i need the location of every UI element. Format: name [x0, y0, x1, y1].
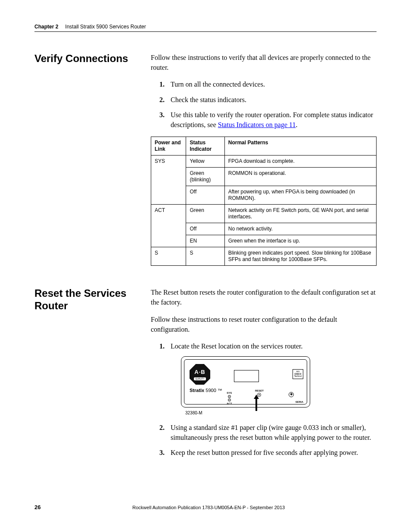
- status-indicator-table: Power and Link Status Indicator Normal P…: [151, 137, 377, 266]
- reset-p2: Follow these instructions to reset route…: [151, 314, 377, 334]
- screw-icon: ✱: [289, 392, 294, 397]
- reset-step-3: 3.Keep the reset button pressed for five…: [159, 448, 377, 457]
- link-status-indicators[interactable]: Status Indicators on page 11: [218, 121, 296, 128]
- section-reset-router: Reset the Services Router The Reset butt…: [34, 287, 377, 464]
- arrow-up-icon: [254, 395, 259, 411]
- reset-p1: The Reset button resets the router confi…: [151, 287, 377, 307]
- ab-logo-icon: A·B QUALITY: [190, 364, 210, 385]
- table-row: ACT Green Network activity on FE Switch …: [151, 205, 377, 223]
- led-icon: [228, 398, 231, 401]
- svg-marker-0: [254, 395, 259, 411]
- page-header: Chapter 2 Install Stratix 5900 Services …: [34, 24, 377, 32]
- verify-step-2: 2.Check the status indicators.: [159, 95, 377, 105]
- th-normal-patterns: Normal Patterns: [224, 137, 376, 156]
- table-row: S S Blinking green indicates port speed.…: [151, 247, 377, 266]
- publication-id: Rockwell Automation Publication 1783-UM0…: [40, 505, 377, 510]
- chapter-label: Chapter 2: [34, 24, 58, 30]
- reset-step-2: 2.Using a standard size #1 paper clip (w…: [159, 423, 377, 442]
- serial-label: SERIA: [296, 400, 303, 404]
- body-reset: The Reset button resets the router confi…: [151, 287, 377, 464]
- th-status-indicator: Status Indicator: [186, 137, 224, 156]
- page-number: 26: [34, 504, 40, 510]
- section-verify-connections: Verify Connections Follow these instruct…: [34, 53, 377, 266]
- th-power-link: Power and Link: [151, 137, 186, 156]
- page-footer: 26 Rockwell Automation Publication 1783-…: [34, 504, 377, 510]
- table-header-row: Power and Link Status Indicator Normal P…: [151, 137, 377, 156]
- figure-id: 32380-M: [185, 410, 377, 417]
- reset-step-1: 1.Locate the Reset location on the servi…: [159, 341, 377, 417]
- heading-reset: Reset the Services Router: [34, 287, 134, 464]
- led-icon: [228, 395, 231, 398]
- reset-steps: 1.Locate the Reset location on the servi…: [151, 341, 377, 457]
- chapter-title: Install Stratix 5900 Services Router: [65, 24, 146, 30]
- reset-label: RESET: [255, 389, 264, 393]
- router-diagram: A·B QUALITY Stratix 5900 ™ SYS: [181, 356, 377, 417]
- cisco-logo-icon: ılıılı CISCO Technol: [293, 369, 303, 379]
- body-verify: Follow these instructions to verify that…: [151, 53, 377, 266]
- sys-act-leds: SYS ACT: [227, 391, 232, 406]
- product-name: Stratix 5900 ™: [190, 387, 302, 394]
- verify-steps: 1.Turn on all the connected devices. 2.C…: [151, 79, 377, 130]
- panel-rect: [234, 370, 259, 382]
- page: Chapter 2 Install Stratix 5900 Services …: [0, 0, 411, 507]
- verify-step-1: 1.Turn on all the connected devices.: [159, 79, 377, 89]
- table-row: SYS Yellow FPGA download is complete.: [151, 156, 377, 168]
- verify-step-3: 3. Use this table to verify the router o…: [159, 110, 377, 130]
- heading-verify: Verify Connections: [34, 53, 134, 266]
- verify-intro: Follow these instructions to verify that…: [151, 53, 377, 72]
